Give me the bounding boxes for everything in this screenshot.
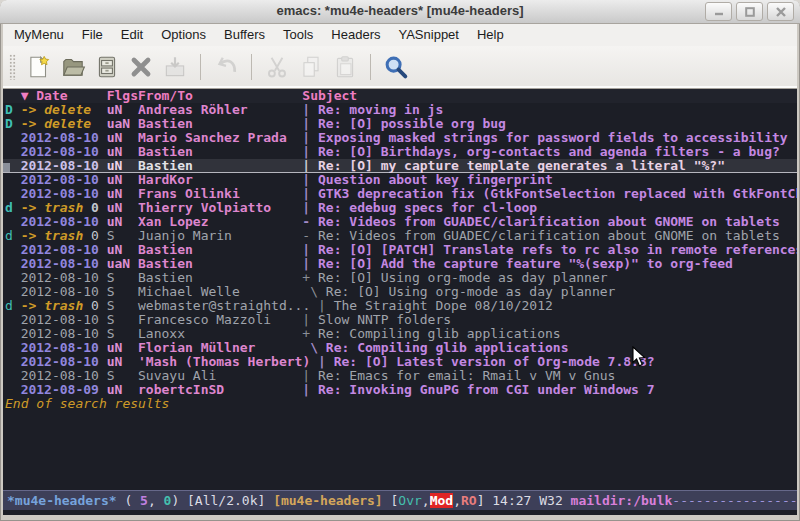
message-from: Juanjo Marin <box>138 229 302 243</box>
sort-by-date-header[interactable]: ▼ Date <box>21 89 107 103</box>
modeline-segment: maildir:/bulk <box>571 493 673 508</box>
copy-icon <box>294 51 328 83</box>
mark-margin <box>5 243 21 257</box>
mark-action: trash <box>44 298 83 313</box>
thread-prefix: | <box>302 131 318 145</box>
message-date: 2012-08-10 <box>21 285 107 299</box>
message-row[interactable]: 2012-08-10SMichael Welle \ Re: [O] Using… <box>3 285 797 299</box>
message-row[interactable]: 2012-08-10uNBastien| Re: [O] my capture … <box>3 159 797 173</box>
end-of-search-results: End of search results <box>3 397 797 411</box>
subject-text: Re: Emacs for email: Rmail v VM v Gnus <box>318 369 615 383</box>
dired-icon[interactable] <box>90 51 124 83</box>
maximize-button[interactable] <box>736 2 763 21</box>
menu-file[interactable]: File <box>73 24 112 46</box>
message-date: 2012-08-10 <box>21 187 107 201</box>
modeline-segment: , <box>148 493 164 508</box>
menu-mymenu[interactable]: MyMenu <box>5 24 73 46</box>
search-icon[interactable] <box>379 51 413 83</box>
message-subject: | The Straight Dope 08/10/2012 <box>318 299 797 313</box>
message-row[interactable]: d-> trash 0uNThierry Volpiatto| Re: edeb… <box>3 201 797 215</box>
modeline-segment: ----------------------------------------… <box>672 493 797 508</box>
message-flags: uN <box>107 215 138 229</box>
message-flags: uN <box>107 131 138 145</box>
message-from: Bastien <box>138 145 302 159</box>
mark-margin <box>5 271 21 285</box>
thread-prefix: | <box>302 159 318 173</box>
mark-margin: d <box>5 201 21 215</box>
message-row[interactable]: 2012-08-10uNMario Sanchez Prada| Exposin… <box>3 131 797 145</box>
menu-yasnippet[interactable]: YASnippet <box>389 24 467 46</box>
message-row[interactable]: 2012-08-10SFrancesco Mazzoli| Slow NNTP … <box>3 313 797 327</box>
message-flags: S <box>107 369 138 383</box>
subject-text: Re: [O] Using org-mode as day planner <box>326 285 616 299</box>
message-flags: uN <box>107 145 138 159</box>
toolbar-grip[interactable] <box>9 54 16 80</box>
modeline-segment: ] <box>477 493 493 508</box>
kill-buffer-icon[interactable] <box>124 51 158 83</box>
echo-area[interactable] <box>3 510 797 515</box>
menu-help[interactable]: Help <box>468 24 513 46</box>
thread-prefix: \ <box>302 285 325 299</box>
message-subject: | Exposing masked strings for password f… <box>302 131 797 145</box>
subject-text: Slow NNTP folders <box>318 313 451 327</box>
message-subject: | Slow NNTP folders <box>302 313 797 327</box>
from-column-header[interactable]: From/To <box>138 89 302 103</box>
message-flags: uN <box>107 159 138 173</box>
open-file-icon[interactable] <box>56 51 90 83</box>
message-row[interactable]: 2012-08-10uaNBastien| Re: [O] Add the ca… <box>3 257 797 271</box>
message-from: Thierry Volpiatto <box>138 201 302 215</box>
menu-tools[interactable]: Tools <box>274 24 322 46</box>
minimize-button[interactable] <box>705 2 732 21</box>
thread-prefix: \ <box>302 341 325 355</box>
menu-options[interactable]: Options <box>152 24 215 46</box>
message-row[interactable]: 2012-08-10uN'Mash (Thomas Herbert)| Re: … <box>3 355 797 369</box>
message-row[interactable]: 2012-08-10uNFrans Oilinki| GTK3 deprecat… <box>3 187 797 201</box>
message-subject: | Re: [O] Latest version of Org-mode 7.8… <box>318 355 797 369</box>
message-row[interactable]: 2012-08-10uNXan Lopez- Re: Videos from G… <box>3 215 797 229</box>
message-subject: | Re: Emacs for email: Rmail v VM v Gnus <box>302 369 797 383</box>
message-row[interactable]: 2012-08-10SSuvayu Ali| Re: Emacs for ema… <box>3 369 797 383</box>
message-row[interactable]: 2012-08-09uNrobertcInSD| Re: Invoking Gn… <box>3 383 797 397</box>
menu-buffers[interactable]: Buffers <box>215 24 274 46</box>
close-button[interactable] <box>767 2 794 21</box>
message-row[interactable]: D-> deleteuaNBastien| Re: [O] possible o… <box>3 117 797 131</box>
message-row[interactable]: d-> trash 0SJuanjo Marin- Re: Videos fro… <box>3 229 797 243</box>
menu-headers[interactable]: Headers <box>322 24 389 46</box>
titlebar[interactable]: emacs: *mu4e-headers* [mu4e-headers] <box>0 0 800 24</box>
message-row[interactable]: d-> trash 0Swebmaster@straightd...| The … <box>3 299 797 313</box>
message-row[interactable]: 2012-08-10uNFlorian Müllner \ Re: Compil… <box>3 341 797 355</box>
message-subject: | Re: [O] [PATCH] Translate refs to rc a… <box>302 243 797 257</box>
message-list: D-> deleteuNAndreas Röhler| Re: moving i… <box>3 103 797 397</box>
thread-prefix: | <box>318 299 334 313</box>
mode-line[interactable]: *mu4e-headers* ( 5, 0) [All/2.0k] [mu4e-… <box>3 490 797 510</box>
subject-column-header[interactable]: Subject <box>302 89 797 103</box>
mark-margin <box>5 313 21 327</box>
message-subject: | GTK3 deprecation fix (GtkFontSelection… <box>302 187 797 201</box>
mark-margin <box>5 215 21 229</box>
header-line: ▼ Date Flgs From/To Subject <box>3 89 797 103</box>
save-buffer-icon <box>158 51 192 83</box>
menu-edit[interactable]: Edit <box>112 24 152 46</box>
new-file-icon[interactable] <box>22 51 56 83</box>
fringe-cursor-marker <box>3 163 10 172</box>
thread-prefix: + <box>302 271 318 285</box>
message-row[interactable]: D-> deleteuNAndreas Röhler| Re: moving i… <box>3 103 797 117</box>
message-flags: uN <box>107 173 138 187</box>
message-subject: + Re: Compiling glib applications <box>302 327 797 341</box>
message-row[interactable]: 2012-08-10uNBastien| Re: [O] Birthdays, … <box>3 145 797 159</box>
toolbar-separator <box>200 54 201 80</box>
message-from: Bastien <box>138 117 302 131</box>
message-from: Lanoxx <box>138 327 302 341</box>
message-row[interactable]: 2012-08-10uNHardKor| Question about key … <box>3 173 797 187</box>
message-date: -> trash 0 <box>21 201 107 215</box>
flags-column-header[interactable]: Flgs <box>107 89 138 103</box>
message-from: Bastien <box>138 257 302 271</box>
thread-prefix: | <box>302 313 318 327</box>
message-row[interactable]: 2012-08-10SLanoxx+ Re: Compiling glib ap… <box>3 327 797 341</box>
message-row[interactable]: 2012-08-10uNBastien| Re: [O] [PATCH] Tra… <box>3 243 797 257</box>
message-row[interactable]: 2012-08-10SBastien+ Re: [O] Using org-mo… <box>3 271 797 285</box>
menu-bar: MyMenuFileEditOptionsBuffersToolsHeaders… <box>3 24 797 46</box>
toolbar-separator <box>370 54 371 80</box>
message-from: Suvayu Ali <box>138 369 302 383</box>
subject-text: Exposing masked strings for password fie… <box>318 131 788 145</box>
